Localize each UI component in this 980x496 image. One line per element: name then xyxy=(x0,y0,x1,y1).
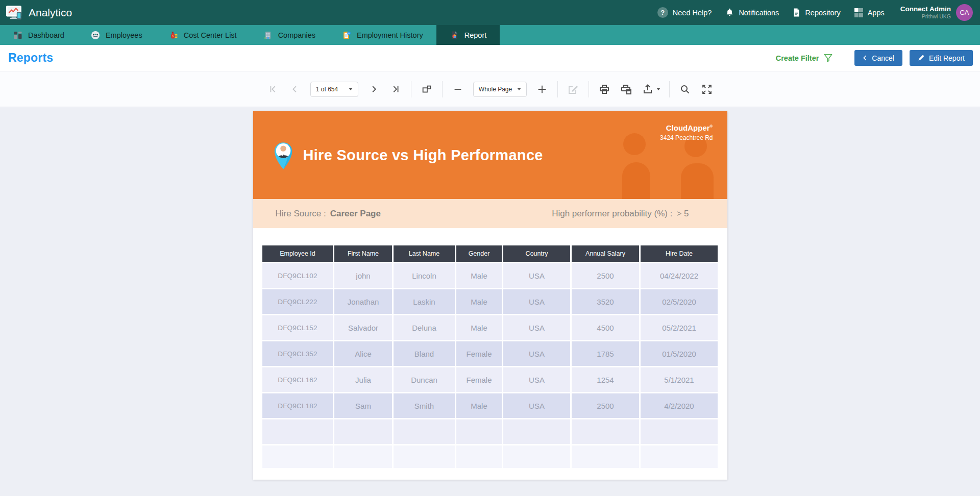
table-column-header: Hire Date xyxy=(641,245,718,262)
report-brand-block: CloudApper® 3424 Peachtree Rd xyxy=(660,123,713,141)
toolbar-divider xyxy=(669,81,670,97)
edit-report-label: Edit Report xyxy=(929,54,965,62)
notifications-button[interactable]: Notifications xyxy=(725,8,779,17)
analytico-logo-icon xyxy=(6,6,22,20)
table-cell: DFQ9CL162 xyxy=(262,367,333,392)
page-number-dropdown[interactable]: 1 of 654 xyxy=(310,82,358,97)
first-page-icon xyxy=(267,84,279,95)
notifications-label: Notifications xyxy=(739,9,779,17)
table-cell: Julia xyxy=(334,367,392,392)
table-cell: Male xyxy=(456,263,502,288)
table-cell: USA xyxy=(503,263,570,288)
table-row: DFQ9CL182SamSmithMaleUSA25004/2/2020 xyxy=(262,393,718,418)
table-cell xyxy=(394,419,455,444)
toolbar-divider xyxy=(589,81,589,97)
fullscreen-expand-icon xyxy=(701,83,713,95)
multipage-view-button[interactable] xyxy=(420,83,433,96)
toolbar-divider xyxy=(442,81,443,97)
report-table: Employee IdFirst NameLast NameGenderCoun… xyxy=(261,244,719,469)
table-cell: 3520 xyxy=(572,289,639,314)
user-name: Connect Admin xyxy=(900,5,951,14)
toolbar-divider xyxy=(557,81,558,97)
apps-button[interactable]: Apps xyxy=(854,8,885,17)
filter-value: Career Page xyxy=(330,209,381,219)
table-cell: Male xyxy=(456,393,502,418)
tab-cost-center-list[interactable]: $ Cost Center List xyxy=(156,25,250,45)
table-cell: Salvador xyxy=(334,315,392,340)
companies-icon xyxy=(263,31,273,40)
filter-high-performer: High performer probability (%) : > 5 xyxy=(552,209,689,219)
need-help-button[interactable]: ? Need Help? xyxy=(657,7,712,18)
report-banner: Hire Source vs High Performance CloudApp… xyxy=(253,111,727,199)
table-row: DFQ9CL102johnLincolnMaleUSA250004/24/202… xyxy=(262,263,718,288)
person-pin-icon xyxy=(273,140,294,170)
repository-document-icon xyxy=(793,8,800,17)
apps-label: Apps xyxy=(868,9,885,17)
table-cell: Sam xyxy=(334,393,392,418)
annotate-button xyxy=(567,83,580,96)
filter-value: > 5 xyxy=(676,209,689,219)
table-cell: Bland xyxy=(394,341,455,366)
printer-page-icon xyxy=(620,83,632,95)
table-cell: USA xyxy=(503,315,570,340)
plus-icon xyxy=(536,84,548,95)
tab-dashboard[interactable]: Dashboard xyxy=(0,25,78,45)
filter-label: High performer probability (%) : xyxy=(552,209,672,219)
chevron-left-icon xyxy=(863,55,867,61)
tab-label: Employment History xyxy=(357,31,423,39)
table-cell: 4/2/2020 xyxy=(641,393,718,418)
table-cell: DFQ9CL102 xyxy=(262,263,333,288)
viewer-content: Hire Source vs High Performance CloudApp… xyxy=(0,107,980,496)
table-cell: 1254 xyxy=(572,367,639,392)
registered-mark: ® xyxy=(710,124,713,129)
fullscreen-button[interactable] xyxy=(700,83,714,96)
filter-hire-source: Hire Source : Career Page xyxy=(276,209,381,219)
zoom-in-button[interactable] xyxy=(535,83,549,96)
cancel-button[interactable]: Cancel xyxy=(854,50,902,66)
report-title: Hire Source vs High Performance xyxy=(303,147,543,164)
page-header: Reports Create Filter Cancel Edit Report xyxy=(0,45,980,71)
avatar[interactable]: CA xyxy=(956,4,973,21)
print-page-button[interactable] xyxy=(620,83,633,96)
table-cell xyxy=(503,419,570,444)
zoom-out-button[interactable] xyxy=(451,83,464,96)
help-icon: ? xyxy=(657,7,668,18)
last-page-button[interactable] xyxy=(389,83,402,96)
first-page-button xyxy=(266,83,280,96)
dashboard-icon xyxy=(13,31,22,40)
table-cell: 5/1/2021 xyxy=(641,367,718,392)
table-cell xyxy=(641,419,718,444)
tab-employees[interactable]: Employees xyxy=(78,25,156,45)
tab-companies[interactable]: Companies xyxy=(250,25,329,45)
zoom-level-dropdown[interactable]: Whole Page xyxy=(473,82,527,97)
print-button[interactable] xyxy=(598,83,611,96)
toolbar-divider xyxy=(411,81,411,97)
table-cell: 2500 xyxy=(572,263,639,288)
tab-employment-history[interactable]: Employment History xyxy=(329,25,436,45)
table-cell: Male xyxy=(456,315,502,340)
create-filter-link[interactable]: Create Filter xyxy=(776,53,834,63)
table-cell: USA xyxy=(503,289,570,314)
edit-report-button[interactable]: Edit Report xyxy=(910,50,973,66)
user-menu[interactable]: Connect Admin Prithwi UKG CA xyxy=(900,4,973,21)
report-pie-icon xyxy=(450,31,459,40)
table-cell: Female xyxy=(456,367,502,392)
table-cell xyxy=(572,445,639,468)
table-cell: 02/5/2020 xyxy=(641,289,718,314)
table-cell xyxy=(262,419,333,444)
tab-label: Cost Center List xyxy=(184,31,237,39)
table-row: DFQ9CL162JuliaDuncanFemaleUSA12545/1/202… xyxy=(262,367,718,392)
cost-center-icon: $ xyxy=(169,31,178,40)
table-cell: Duncan xyxy=(394,367,455,392)
next-page-button[interactable] xyxy=(367,83,380,96)
table-cell xyxy=(456,419,502,444)
report-table-body: DFQ9CL102johnLincolnMaleUSA250004/24/202… xyxy=(262,263,718,468)
brand-address: 3424 Peachtree Rd xyxy=(660,134,713,141)
repository-button[interactable]: Repository xyxy=(793,8,840,17)
report-page: Hire Source vs High Performance CloudApp… xyxy=(253,111,727,480)
zoom-level-value: Whole Page xyxy=(479,86,512,93)
tab-report[interactable]: Report xyxy=(436,25,500,45)
search-button[interactable] xyxy=(678,83,692,96)
export-button[interactable] xyxy=(642,83,660,95)
topnav: ? Need Help? Notifications xyxy=(657,4,973,21)
